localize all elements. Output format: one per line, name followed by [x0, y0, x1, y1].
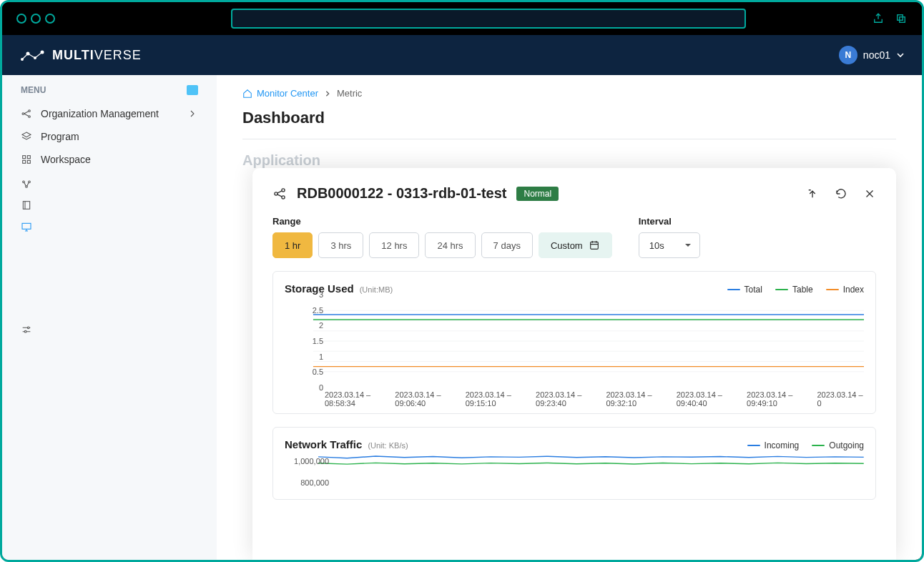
svg-point-7: [29, 110, 31, 112]
interval-label: Interval: [639, 216, 700, 227]
layers-icon: [21, 131, 32, 142]
svg-point-6: [22, 113, 24, 115]
share-icon[interactable]: [872, 12, 885, 25]
logo-mark-icon: [19, 48, 45, 62]
network-icon: [21, 108, 32, 119]
share-icon[interactable]: [272, 187, 287, 201]
upload-icon[interactable]: [806, 187, 819, 200]
svg-point-19: [24, 330, 26, 332]
content-area: Monitor Center Metric Dashboard Applicat…: [217, 75, 922, 560]
calendar-icon: [589, 240, 600, 251]
page-title: Dashboard: [242, 109, 896, 127]
window-dot: [31, 14, 41, 24]
sidebar-item-org[interactable]: Organization Management: [2, 102, 217, 125]
sidebar: MENU Organization Management Program Wor…: [2, 75, 217, 560]
chart-title: Network Traffic (Unit: KB/s): [285, 438, 408, 450]
svg-rect-9: [23, 156, 26, 159]
sidebar-item-program[interactable]: Program: [2, 125, 217, 148]
range-1hr[interactable]: 1 hr: [272, 232, 313, 258]
window-dot: [45, 14, 55, 24]
svg-rect-12: [27, 160, 30, 163]
storage-plot: 00.511.522.53: [285, 295, 864, 388]
svg-rect-23: [590, 242, 598, 249]
duplicate-icon[interactable]: [895, 12, 908, 25]
svg-rect-17: [22, 223, 31, 229]
close-icon[interactable]: [863, 187, 876, 200]
brand-logo[interactable]: MULTIVERSE: [19, 48, 142, 63]
sidebar-item-label: Workspace: [41, 154, 91, 165]
breadcrumb: Monitor Center Metric: [242, 88, 896, 99]
monitor-icon[interactable]: [21, 221, 32, 232]
app-header: MULTIVERSE N noc01: [2, 35, 922, 75]
browser-titlebar: [2, 2, 922, 35]
status-badge: Normal: [516, 187, 559, 201]
brand-name: MULTIVERSE: [52, 48, 142, 63]
settings-icon[interactable]: [21, 324, 32, 335]
menu-header: MENU: [21, 85, 46, 95]
svg-rect-11: [23, 160, 26, 163]
user-name: noc01: [863, 49, 890, 61]
svg-rect-0: [898, 15, 903, 21]
interval-select[interactable]: 10s: [639, 232, 700, 258]
chevron-down-icon: [896, 51, 905, 59]
sidebar-item-label: Program: [41, 131, 79, 142]
chevron-right-icon: [187, 108, 198, 119]
divider: [242, 139, 896, 139]
range-buttons: 1 hr 3 hrs 12 hrs 24 hrs 7 days Custom: [272, 232, 612, 258]
chart-legend: Total Table Index: [727, 285, 864, 295]
book-icon[interactable]: [21, 199, 32, 211]
sidebar-item-label: Organization Management: [41, 108, 159, 119]
network-plot: 800,0001,000,000: [285, 450, 864, 493]
chart-legend: Incoming Outgoing: [747, 440, 864, 450]
svg-rect-10: [27, 156, 30, 159]
svg-point-8: [29, 116, 31, 118]
range-7days[interactable]: 7 days: [481, 232, 533, 258]
svg-rect-1: [900, 17, 905, 23]
range-24hrs[interactable]: 24 hrs: [425, 232, 475, 258]
network-chart-card: Network Traffic (Unit: KB/s) Incoming Ou…: [272, 427, 876, 500]
grid-icon: [21, 154, 32, 165]
section-heading: Application: [242, 152, 896, 169]
chevron-right-icon: [324, 90, 331, 97]
range-label: Range: [272, 216, 612, 227]
x-axis-ticks: 2023.03.14 – 08:58:342023.03.14 – 09:06:…: [285, 388, 864, 408]
range-12hrs[interactable]: 12 hrs: [369, 232, 419, 258]
sidebar-collapse-button[interactable]: [187, 85, 198, 95]
url-bar[interactable]: [231, 9, 746, 29]
sidebar-item-workspace[interactable]: Workspace: [2, 148, 217, 171]
window-dot: [16, 14, 26, 24]
refresh-icon[interactable]: [835, 187, 847, 200]
home-icon: [242, 89, 252, 99]
svg-rect-16: [23, 202, 29, 209]
panel-title: RDB0000122 - 0313-rdb-01-test: [297, 185, 506, 202]
metric-panel: RDB0000122 - 0313-rdb-01-test Normal Ran…: [252, 168, 896, 560]
cluster-icon[interactable]: [21, 178, 32, 189]
range-custom[interactable]: Custom: [539, 232, 612, 258]
user-menu[interactable]: N noc01: [839, 46, 905, 64]
svg-point-18: [27, 327, 29, 329]
range-3hrs[interactable]: 3 hrs: [318, 232, 363, 258]
breadcrumb-leaf: Metric: [337, 88, 362, 99]
breadcrumb-root[interactable]: Monitor Center: [242, 88, 318, 99]
avatar: N: [839, 46, 857, 64]
storage-chart-card: Storage Used (Unit:MB) Total Table Index…: [272, 271, 876, 414]
